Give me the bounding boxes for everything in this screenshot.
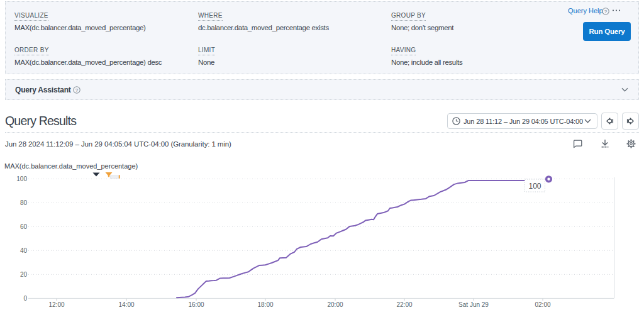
svg-text:?: ? bbox=[604, 9, 608, 14]
svg-text:Sat Jun 29: Sat Jun 29 bbox=[458, 301, 489, 308]
svg-text:100: 100 bbox=[528, 182, 541, 191]
svg-text:60: 60 bbox=[20, 223, 28, 230]
svg-text:22:00: 22:00 bbox=[396, 301, 412, 308]
svg-text:14:00: 14:00 bbox=[118, 301, 134, 308]
svg-text:20:00: 20:00 bbox=[327, 301, 343, 308]
svg-text:02:00: 02:00 bbox=[535, 301, 550, 308]
svg-text:16:00: 16:00 bbox=[188, 301, 204, 308]
svg-text:?: ? bbox=[75, 87, 79, 93]
svg-text:20: 20 bbox=[20, 271, 28, 278]
svg-text:0: 0 bbox=[23, 295, 27, 302]
svg-text:12:00: 12:00 bbox=[48, 301, 64, 308]
svg-text:18:00: 18:00 bbox=[257, 301, 273, 308]
svg-text:100: 100 bbox=[16, 175, 27, 182]
svg-text:80: 80 bbox=[20, 199, 28, 206]
svg-text:40: 40 bbox=[20, 247, 28, 254]
